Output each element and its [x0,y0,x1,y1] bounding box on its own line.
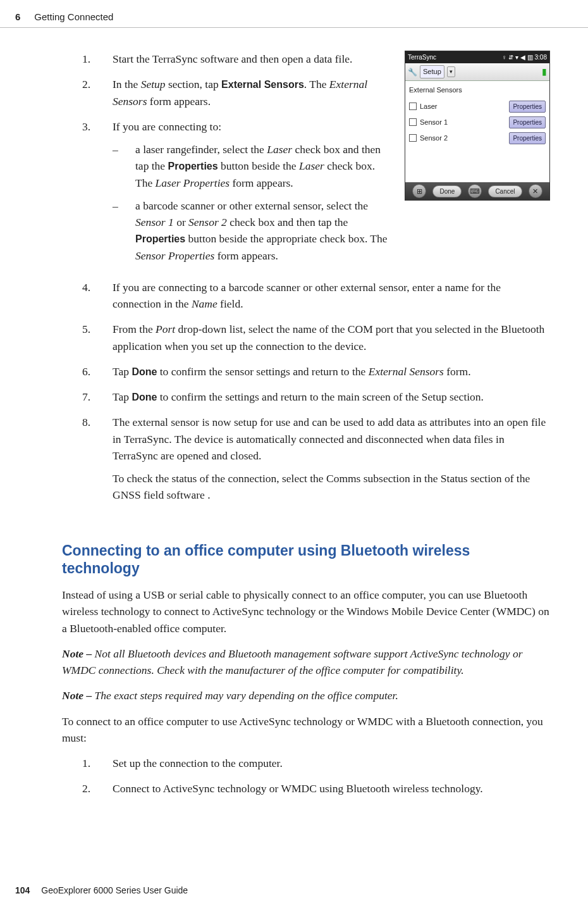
step-6: Tap Done to confirm the sensor settings … [82,363,550,380]
setup-dropdown[interactable]: Setup [420,65,444,78]
cancel-button[interactable]: Cancel [488,185,522,197]
laser-checkbox[interactable] [409,103,417,110]
laser-label: Laser [420,101,438,112]
row-laser: Laser Properties [409,101,546,113]
sensor2-label: Sensor 2 [420,133,448,144]
battery-icon: ▮ [542,65,547,78]
close-icon[interactable]: ✕ [529,184,542,198]
step-4: If you are connecting to a barcode scann… [82,279,550,313]
book-title: GeoExplorer 6000 Series User Guide [41,885,188,895]
screenshot-menubar: 🔧 Setup ▾ ▮ [405,63,549,81]
sensor2-checkbox[interactable] [409,134,417,142]
step-3a: a laser rangefinder, select the Laser ch… [113,141,395,191]
screenshot-app-name: TerraSync [408,53,436,62]
note-1: Note – Not all Bluetooth devices and Blu… [62,645,550,679]
sensor2-properties-button[interactable]: Properties [509,132,546,144]
wrench-icon: 🔧 [408,66,417,78]
step-3b: a barcode scanner or other external sens… [113,197,395,264]
section-step-2: Connect to ActiveSync technology or WMDC… [82,780,550,797]
sensor1-label: Sensor 1 [420,117,448,128]
section-steps: Set up the connection to the computer. C… [82,755,550,797]
sensor1-checkbox[interactable] [409,118,417,126]
row-sensor1: Sensor 1 Properties [409,116,546,128]
screenshot-clock: 3:08 [535,53,547,62]
keyboard-icon[interactable]: ⌨ [468,184,482,198]
chapter-number: 6 [15,11,20,22]
step-2: In the Setup section, tap External Senso… [82,76,395,109]
screenshot-statusbar: TerraSync ♀ ⇵ ▾ ◀ ▥ 3:08 [405,51,549,63]
step-7: Tap Done to confirm the settings and ret… [82,389,550,405]
device-screenshot: TerraSync ♀ ⇵ ▾ ◀ ▥ 3:08 🔧 Setup ▾ ▮ Ext… [405,51,550,201]
page-number: 104 [15,885,30,895]
signal-icon: ♀ ⇵ ▾ ◀ ▥ [502,53,533,62]
step-1: Start the TerraSync software and then op… [82,51,395,67]
section-heading: Connecting to an office computer using B… [62,542,550,578]
step-5: From the Port drop-down list, select the… [82,321,550,354]
page-header: 6 Getting Connected [0,0,588,28]
laser-properties-button[interactable]: Properties [509,101,546,113]
step-3-sublist: a laser rangefinder, select the Laser ch… [113,141,395,264]
section-para-1: Instead of using a USB or serial cable t… [62,587,550,637]
setup-dropdown-arrow[interactable]: ▾ [447,66,455,78]
step-3: If you are connecting to: a laser rangef… [82,118,395,270]
screenshot-form-title: External Sensors [409,85,546,96]
windows-icon[interactable]: ⊞ [412,184,426,198]
row-sensor2: Sensor 2 Properties [409,132,546,144]
screenshot-form: External Sensors Laser Properties Sensor… [405,81,549,182]
section-step-1: Set up the connection to the computer. [82,755,550,771]
section-para-2: To connect to an office computer to use … [62,713,550,747]
chapter-title: Getting Connected [34,11,113,22]
done-button[interactable]: Done [432,185,462,197]
step-8: The external sensor is now setup for use… [82,414,550,509]
page-footer: 104 GeoExplorer 6000 Series User Guide [15,885,188,895]
page-content: TerraSync ♀ ⇵ ▾ ◀ ▥ 3:08 🔧 Setup ▾ ▮ Ext… [0,51,588,797]
note-2: Note – The exact steps required may vary… [62,687,550,704]
sensor1-properties-button[interactable]: Properties [509,116,546,128]
screenshot-footer: ⊞ Done ⌨ Cancel ✕ [405,182,549,200]
